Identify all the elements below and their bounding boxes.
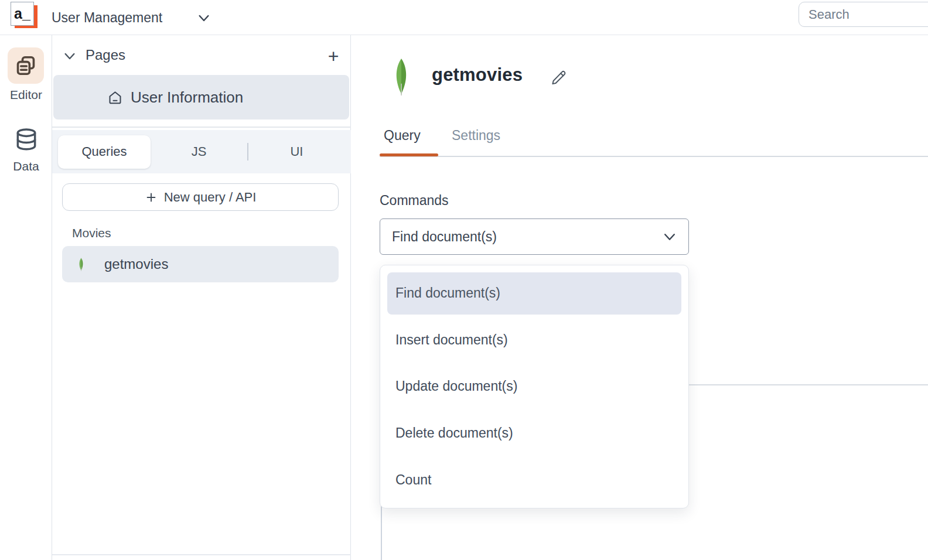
add-page-button[interactable]: +: [322, 43, 345, 69]
top-bar: a_ User Management: [0, 0, 928, 35]
logo-glyph: a_: [11, 2, 34, 26]
dropdown-option-count[interactable]: Count: [387, 459, 681, 501]
commands-select-value: Find document(s): [392, 229, 497, 245]
app-title[interactable]: User Management: [52, 0, 162, 35]
pages-title: Pages: [86, 47, 125, 63]
divider: [52, 127, 351, 128]
query-item-label: getmovies: [104, 256, 168, 272]
dropdown-option-update[interactable]: Update document(s): [387, 366, 681, 408]
active-tab-indicator: [380, 153, 438, 156]
sidebar-item-getmovies[interactable]: getmovies: [62, 246, 339, 282]
rail-editor-label: Editor: [0, 88, 52, 102]
commands-label: Commands: [380, 193, 449, 209]
chevron-down-icon: [663, 232, 677, 242]
tab-queries[interactable]: Queries: [58, 135, 151, 169]
left-rail: Editor Data: [0, 35, 52, 560]
chevron-down-icon[interactable]: [63, 52, 76, 61]
pencil-icon: [551, 70, 567, 86]
new-query-label: New query / API: [164, 190, 257, 205]
edit-name-button[interactable]: [548, 67, 568, 87]
home-icon: [107, 90, 123, 105]
plus-icon: [145, 191, 158, 204]
explorer-sidebar: Pages + User Information Queries JS UI N…: [52, 35, 351, 560]
tab-settings[interactable]: Settings: [452, 128, 500, 144]
dropdown-option-delete[interactable]: Delete document(s): [387, 412, 681, 455]
divider: [52, 554, 351, 555]
dropdown-option-find[interactable]: Find document(s): [387, 272, 681, 315]
dropdown-option-insert[interactable]: Insert document(s): [387, 319, 681, 361]
rail-item-editor[interactable]: [8, 47, 44, 84]
query-editor: getmovies Query Settings Commands Find d…: [352, 35, 928, 560]
query-group-label: Movies: [72, 226, 111, 240]
commands-select[interactable]: Find document(s): [380, 218, 689, 255]
appsmith-logo[interactable]: a_: [11, 2, 39, 29]
divider: [380, 156, 928, 157]
page-label: User Information: [131, 88, 243, 107]
tab-js[interactable]: JS: [151, 144, 247, 159]
tab-query[interactable]: Query: [384, 128, 421, 144]
search-input[interactable]: [799, 2, 928, 27]
mongodb-leaf-icon: [391, 56, 412, 98]
sidebar-item-user-information[interactable]: User Information: [53, 75, 349, 119]
rail-data-label: Data: [0, 159, 52, 173]
new-query-button[interactable]: New query / API: [62, 183, 339, 211]
mongodb-leaf-icon: [77, 255, 85, 274]
pages-stack-icon: [15, 54, 37, 77]
query-title: getmovies: [432, 64, 523, 86]
commands-dropdown-menu: Find document(s) Insert document(s) Upda…: [380, 265, 689, 508]
rail-item-data[interactable]: [12, 126, 40, 153]
tab-ui[interactable]: UI: [248, 144, 345, 159]
chevron-down-icon[interactable]: [197, 13, 210, 23]
explorer-tabs: Queries JS UI: [52, 130, 351, 173]
pages-header: Pages +: [52, 43, 351, 73]
database-icon: [13, 127, 39, 153]
